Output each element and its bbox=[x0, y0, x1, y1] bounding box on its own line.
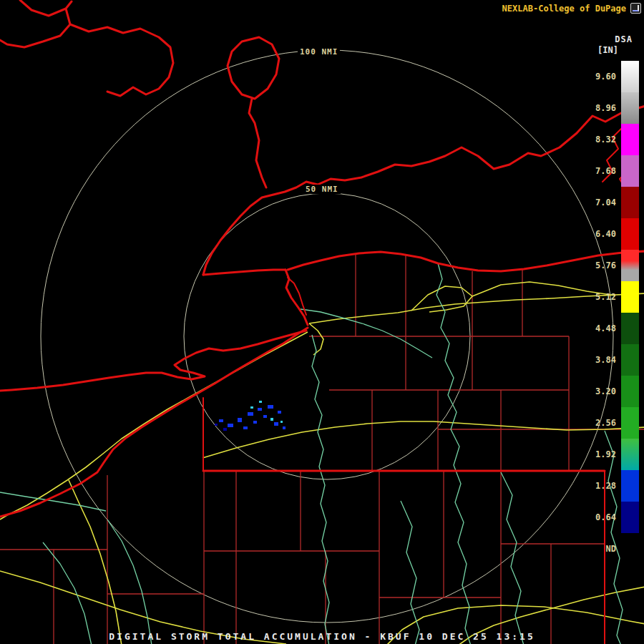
scale-label: 2.56 bbox=[579, 418, 621, 428]
colorbar-row: 0.64 bbox=[579, 502, 639, 533]
colorbar-row: 4.48 bbox=[579, 313, 639, 344]
highway-southern-tier bbox=[203, 421, 644, 458]
scale-swatch bbox=[621, 502, 639, 533]
georgian-bay bbox=[0, 0, 72, 47]
scale-swatch bbox=[621, 250, 639, 281]
scale-swatch bbox=[621, 155, 639, 187]
scale-label: 0.64 bbox=[579, 512, 621, 522]
lake-ontario-north-shore bbox=[203, 106, 644, 275]
attribution: NEXLAB-College of DuPage bbox=[502, 3, 641, 14]
highway-loop bbox=[411, 286, 472, 312]
scale-label: 5.76 bbox=[579, 260, 621, 270]
scale-label: 8.96 bbox=[579, 103, 621, 113]
colorbar-row: 9.60 bbox=[579, 61, 639, 92]
river-buffalo-creek bbox=[312, 335, 329, 644]
scale-label: 3.84 bbox=[579, 355, 621, 365]
product-units: [IN] bbox=[597, 45, 618, 55]
river-mid bbox=[401, 501, 419, 644]
radar-display: 100 NMI 50 NMI NEXLAB-College of DuPage … bbox=[0, 0, 644, 644]
scale-swatch bbox=[621, 313, 639, 344]
product-name: DSA bbox=[615, 34, 633, 44]
colorbar-row: 8.96 bbox=[579, 92, 639, 124]
scale-label: 7.68 bbox=[579, 166, 621, 176]
colorbar-row: 7.68 bbox=[579, 155, 639, 187]
colorbar-row: 2.56 bbox=[579, 407, 639, 439]
colorbar: 9.608.968.327.687.046.405.765.124.483.84… bbox=[579, 61, 639, 565]
river-se-1 bbox=[501, 472, 524, 644]
scale-label: 5.12 bbox=[579, 292, 621, 302]
scale-swatch bbox=[621, 470, 639, 502]
scale-swatch bbox=[621, 376, 639, 407]
attribution-text: NEXLAB-College of DuPage bbox=[502, 4, 626, 14]
precip-echoes bbox=[215, 401, 286, 431]
scale-swatch bbox=[621, 344, 639, 376]
lake-erie-us-shore bbox=[0, 328, 308, 517]
outer-ring-label: 100 NMI bbox=[298, 47, 340, 57]
radar-map bbox=[0, 0, 644, 644]
scale-label: 8.32 bbox=[579, 135, 621, 145]
scale-label: 7.04 bbox=[579, 197, 621, 208]
scale-swatch bbox=[621, 407, 639, 439]
lake-ontario-south-shore-west bbox=[203, 270, 286, 275]
inner-ring-label: 50 NMI bbox=[303, 185, 341, 194]
scale-swatch bbox=[621, 187, 639, 218]
colorbar-row: 3.84 bbox=[579, 344, 639, 376]
ontario-shore-squiggle bbox=[70, 24, 173, 96]
scale-label: 1.28 bbox=[579, 481, 621, 491]
scale-label: 3.20 bbox=[579, 386, 621, 396]
highway-thruway-west bbox=[0, 332, 308, 519]
colorbar-row: 7.04 bbox=[579, 187, 639, 218]
scale-swatch bbox=[621, 61, 639, 92]
scale-label: 4.48 bbox=[579, 323, 621, 333]
scale-label: 9.60 bbox=[579, 72, 621, 82]
scale-swatch bbox=[621, 533, 639, 565]
colorbar-row: 5.76 bbox=[579, 250, 639, 281]
rivers bbox=[0, 263, 623, 644]
colorbar-row: 5.12 bbox=[579, 281, 639, 313]
colorbar-row: 1.28 bbox=[579, 470, 639, 502]
scale-label: 6.40 bbox=[579, 229, 621, 239]
product-caption: DIGITAL STORM TOTAL ACCUMULATION - KBUF … bbox=[0, 631, 644, 642]
cod-logo-icon bbox=[630, 3, 641, 14]
scale-swatch bbox=[621, 218, 639, 250]
river-west-2 bbox=[43, 542, 92, 644]
scale-label: ND bbox=[579, 544, 621, 554]
scale-label: 1.92 bbox=[579, 449, 621, 459]
river-west-1 bbox=[0, 492, 152, 644]
lake-erie-canadian-shore bbox=[0, 331, 306, 391]
colorbar-row: 3.20 bbox=[579, 376, 639, 407]
scale-swatch bbox=[621, 92, 639, 124]
colorbar-row: 6.40 bbox=[579, 218, 639, 250]
colorbar-row: 1.92 bbox=[579, 439, 639, 470]
colorbar-row: ND bbox=[579, 533, 639, 565]
scale-swatch bbox=[621, 124, 639, 155]
colorbar-row: 8.32 bbox=[579, 124, 639, 155]
scale-swatch bbox=[621, 281, 639, 313]
scale-swatch bbox=[621, 439, 639, 470]
